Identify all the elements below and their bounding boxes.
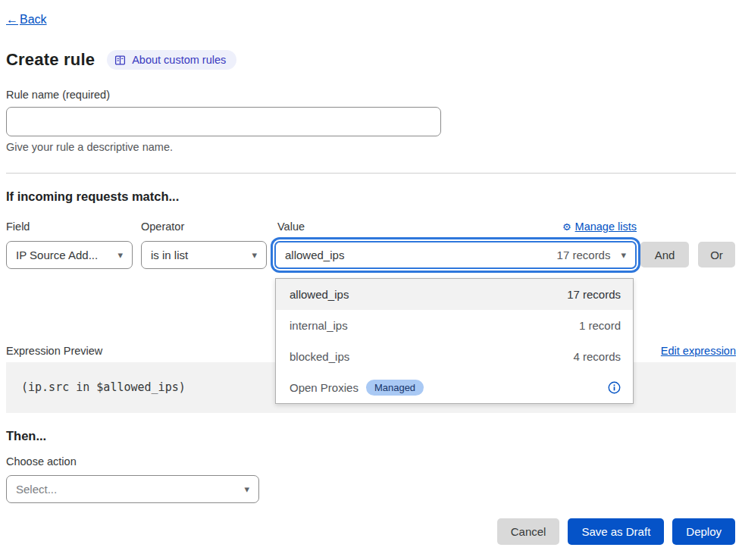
gear-icon: ⚙ [562,221,571,233]
chevron-down-icon: ▾ [621,250,626,260]
back-arrow-icon: ← [6,13,18,26]
expression-code: (ip.src in $allowed_ips) [21,380,186,394]
dropdown-option-open-proxies[interactable]: Open Proxies Managed [276,372,633,403]
action-select-placeholder: Select... [16,483,57,496]
choose-action-label: Choose action [6,455,77,468]
rule-name-input[interactable] [6,107,441,136]
value-dropdown-menu: allowed_ips 17 records internal_ips 1 re… [275,278,634,404]
value-label: Value [277,221,305,233]
back-link-label: Back [20,13,47,26]
edit-expression-link[interactable]: Edit expression [661,345,736,357]
and-button[interactable]: And [640,242,689,267]
dropdown-option-blocked-ips[interactable]: blocked_ips 4 records [276,341,633,372]
about-custom-rules-link[interactable]: About custom rules [107,50,236,70]
rule-name-helper-text: Give your rule a descriptive name. [6,141,173,153]
field-select[interactable]: IP Source Add... ▾ [6,241,133,269]
footer-actions: Cancel Save as Draft Deploy [497,518,735,545]
dropdown-option-internal-ips[interactable]: internal_ips 1 record [276,310,633,341]
rule-name-label: Rule name (required) [6,89,110,101]
managed-badge: Managed [366,380,424,396]
section-divider [6,173,736,174]
option-name: Open Proxies [290,381,358,394]
expression-preview-label: Expression Preview [6,345,102,357]
save-as-draft-button[interactable]: Save as Draft [568,518,664,545]
value-select-record-count: 17 records [557,249,611,261]
option-name: allowed_ips [290,288,349,301]
page-title: Create rule [6,50,95,70]
value-select[interactable]: allowed_ips 17 records ▾ [274,241,637,269]
chevron-down-icon: ▾ [252,250,257,260]
field-label: Field [6,221,30,233]
value-select-value: allowed_ips [285,249,344,261]
then-section-heading: Then... [6,429,46,443]
option-name: internal_ips [290,319,348,332]
create-rule-page: ←Back Create rule About custom rules Rul… [0,0,742,560]
operator-select[interactable]: is in list ▾ [141,241,267,269]
cancel-button[interactable]: Cancel [497,518,560,545]
or-button[interactable]: Or [698,242,735,267]
option-record-count: 1 record [579,319,621,332]
option-record-count: 4 records [573,350,621,363]
back-link[interactable]: ←Back [6,13,47,27]
operator-label: Operator [141,221,184,233]
book-icon [114,55,126,66]
manage-lists-label: Manage lists [575,221,637,233]
chevron-down-icon: ▾ [117,250,123,260]
option-record-count: 17 records [567,288,621,301]
action-select[interactable]: Select... ▾ [6,475,259,503]
chevron-down-icon: ▾ [244,484,249,494]
about-custom-rules-label: About custom rules [132,54,226,66]
manage-lists-link[interactable]: ⚙ Manage lists [562,221,637,233]
info-icon[interactable] [608,381,621,394]
option-name: blocked_ips [290,350,349,363]
match-section-heading: If incoming requests match... [6,189,179,204]
operator-select-value: is in list [151,249,188,261]
field-select-value: IP Source Add... [16,249,98,261]
dropdown-option-allowed-ips[interactable]: allowed_ips 17 records [276,279,633,310]
title-row: Create rule About custom rules [6,50,236,70]
deploy-button[interactable]: Deploy [672,518,735,545]
